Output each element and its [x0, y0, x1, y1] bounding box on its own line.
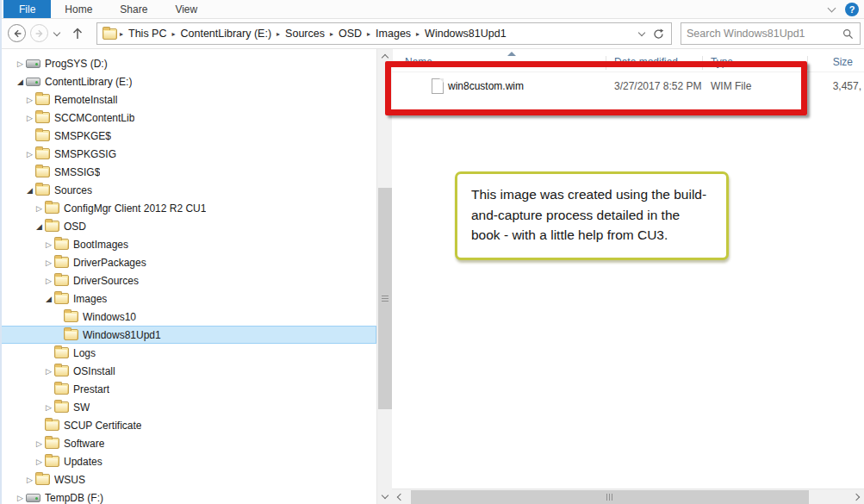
folder-icon	[45, 420, 59, 431]
breadcrumb-item-this-pc[interactable]: This PC	[124, 28, 171, 40]
tree-item-updates[interactable]: ▷Updates	[0, 452, 376, 470]
tree-item-osd[interactable]: ◢OSD	[0, 217, 376, 235]
scroll-right-button[interactable]	[849, 489, 864, 504]
tree-item-bootimages[interactable]: ▷BootImages	[0, 235, 376, 253]
expander-expanded-icon[interactable]: ◢	[34, 222, 45, 231]
folder-icon	[45, 456, 59, 467]
column-header-size[interactable]: Size	[814, 56, 853, 68]
address-dropdown-chevron-icon[interactable]	[638, 28, 645, 35]
tree-vertical-scrollbar[interactable]	[376, 49, 392, 504]
folder-icon	[54, 347, 69, 358]
back-button[interactable]	[8, 24, 26, 42]
tree-item-prestart[interactable]: Prestart	[0, 380, 376, 398]
address-bar[interactable]: ▸This PC▸ContentLibrary (E:)▸Sources▸OSD…	[96, 22, 672, 45]
tree-item-contentlibrary-e[interactable]: ◢ContentLibrary (E:)	[0, 72, 376, 90]
tree-item-windows81upd1[interactable]: Windows81Upd1	[0, 326, 376, 344]
ribbon-tab-view[interactable]: View	[161, 0, 211, 18]
list-horizontal-scrollbar[interactable]	[392, 488, 864, 504]
tree-item-sources[interactable]: ◢Sources	[0, 181, 376, 199]
folder-icon	[35, 166, 50, 177]
tree-item-label: Windows10	[83, 311, 136, 323]
column-header-type[interactable]: Type	[711, 56, 733, 68]
file-name: win8custom.wim	[448, 80, 524, 92]
main-content: ▷ProgSYS (D:)◢ContentLibrary (E:)▷Remote…	[0, 49, 864, 504]
tree-item-smspkgsig[interactable]: ▷SMSPKGSIG	[0, 145, 376, 163]
expander-collapsed-icon[interactable]: ▷	[34, 457, 45, 466]
tree-item-sw[interactable]: ▷SW	[0, 398, 376, 416]
tree-item-scup-certificate[interactable]: SCUP Certificate	[0, 416, 376, 434]
tree-item-sccmcontentlib[interactable]: ▷SCCMContentLib	[0, 109, 376, 127]
tree-item-configmgr-client-2012-r2-cu1[interactable]: ▷ConfigMgr Client 2012 R2 CU1	[0, 199, 376, 217]
folder-icon	[54, 383, 69, 395]
tree-item-logs[interactable]: Logs	[0, 344, 376, 362]
breadcrumb-item-contentlibrary-e[interactable]: ContentLibrary (E:)	[176, 28, 276, 40]
tree-item-smssig[interactable]: SMSSIG$	[0, 163, 376, 181]
file-icon	[432, 78, 444, 94]
tree-item-remoteinstall[interactable]: ▷RemoteInstall	[0, 90, 376, 109]
search-icon[interactable]	[836, 28, 860, 40]
expander-collapsed-icon[interactable]: ▷	[15, 494, 26, 502]
expander-collapsed-icon[interactable]: ▷	[24, 150, 35, 159]
folder-icon	[45, 438, 59, 449]
folder-icon	[45, 202, 59, 214]
tree-item-osinstall[interactable]: ▷OSInstall	[0, 362, 376, 380]
recent-locations-chevron-icon[interactable]	[53, 29, 60, 36]
refresh-icon[interactable]	[653, 28, 664, 40]
expander-collapsed-icon[interactable]: ▷	[43, 240, 54, 249]
folder-icon	[54, 293, 69, 304]
tree-item-label: OSInstall	[73, 365, 115, 377]
expander-collapsed-icon[interactable]: ▷	[15, 59, 26, 68]
scroll-down-button[interactable]	[377, 489, 393, 504]
minimize-ribbon-chevron-icon[interactable]	[828, 4, 836, 13]
breadcrumb-item-windows81upd1[interactable]: Windows81Upd1	[420, 28, 511, 40]
tree-scrollbar-thumb[interactable]	[378, 188, 392, 409]
help-icon[interactable]: ?	[845, 3, 859, 16]
column-separator[interactable]	[702, 56, 703, 70]
tree-item-wsus[interactable]: ▷WSUS	[0, 470, 376, 488]
tree-item-driversources[interactable]: ▷DriverSources	[0, 271, 376, 289]
folder-icon	[54, 239, 69, 250]
expander-collapsed-icon[interactable]: ▷	[43, 277, 54, 285]
expander-collapsed-icon[interactable]: ▷	[43, 403, 54, 412]
tree-item-software[interactable]: ▷Software	[0, 434, 376, 452]
tree-item-windows10[interactable]: Windows10	[0, 308, 376, 326]
ribbon-tab-share[interactable]: Share	[106, 0, 161, 18]
tree-item-driverpackages[interactable]: ▷DriverPackages	[0, 253, 376, 271]
column-separator[interactable]	[606, 56, 606, 70]
tree-item-smspkge[interactable]: SMSPKGE$	[0, 127, 376, 145]
tree-item-progsys-d[interactable]: ▷ProgSYS (D:)	[0, 54, 376, 72]
scroll-up-button[interactable]	[377, 49, 393, 64]
expander-collapsed-icon[interactable]: ▷	[34, 204, 45, 213]
breadcrumb-item-images[interactable]: Images	[371, 28, 415, 40]
expander-expanded-icon[interactable]: ◢	[15, 78, 26, 86]
sort-ascending-icon	[507, 52, 516, 56]
expander-collapsed-icon[interactable]: ▷	[43, 367, 54, 376]
tree-item-images[interactable]: ◢Images	[0, 289, 376, 308]
column-header-name[interactable]: Name	[405, 56, 432, 68]
up-button[interactable]	[71, 26, 84, 41]
folder-icon	[64, 329, 78, 340]
expander-expanded-icon[interactable]: ◢	[43, 295, 54, 303]
tree-item-label: SMSPKGE$	[54, 130, 111, 142]
scroll-left-button[interactable]	[392, 489, 407, 504]
ribbon-tab-file[interactable]: File	[3, 0, 51, 18]
breadcrumb: ▸This PC▸ContentLibrary (E:)▸Sources▸OSD…	[119, 28, 639, 40]
expander-collapsed-icon[interactable]: ▷	[24, 96, 35, 104]
folder-icon	[35, 148, 50, 159]
expander-collapsed-icon[interactable]: ▷	[24, 114, 35, 122]
breadcrumb-item-osd[interactable]: OSD	[334, 28, 366, 40]
list-scrollbar-thumb[interactable]	[411, 490, 809, 504]
expander-collapsed-icon[interactable]: ▷	[24, 476, 35, 484]
search-input[interactable]	[681, 28, 836, 40]
tree-item-tempdb-f[interactable]: ▷TempDB (F:)	[0, 488, 376, 504]
file-row-win8custom-wim[interactable]: win8custom.wim3/27/2017 8:52 PMWIM File3…	[392, 78, 864, 96]
ribbon-tab-home[interactable]: Home	[51, 0, 106, 18]
breadcrumb-item-sources[interactable]: Sources	[281, 28, 329, 40]
column-header-date-modified[interactable]: Date modified	[614, 56, 678, 68]
expander-collapsed-icon[interactable]: ▷	[43, 258, 54, 267]
forward-button[interactable]	[30, 24, 48, 42]
column-separator[interactable]	[807, 56, 808, 70]
expander-collapsed-icon[interactable]: ▷	[34, 439, 45, 448]
expander-expanded-icon[interactable]: ◢	[24, 186, 35, 195]
drive-icon	[26, 59, 40, 68]
